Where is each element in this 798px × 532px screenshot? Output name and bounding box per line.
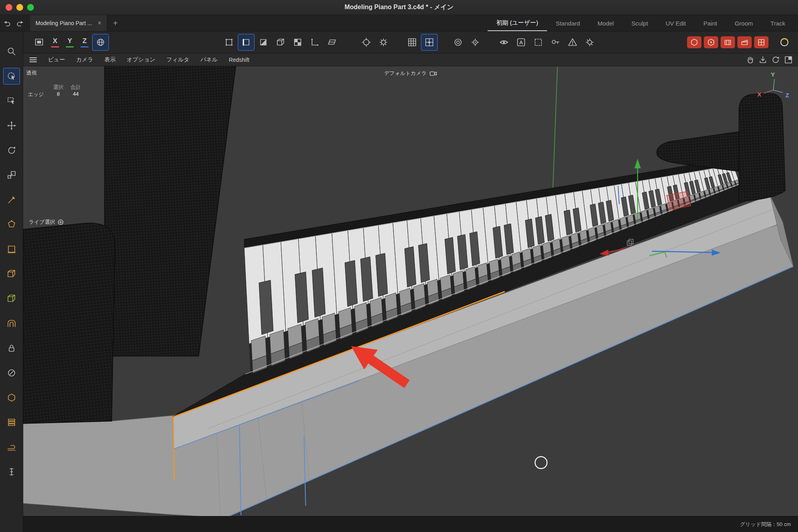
move-icon <box>6 120 17 131</box>
edge-extrude-tool-button[interactable] <box>4 241 20 257</box>
key-icon <box>550 37 561 47</box>
rectangle-selection-icon <box>6 96 17 106</box>
letter-a-icon: A <box>516 37 526 47</box>
left-lower-block <box>23 223 115 424</box>
layout-tab-model[interactable]: Model <box>589 15 623 31</box>
slice-tool-button[interactable] <box>4 414 20 430</box>
coordinate-system-button[interactable] <box>93 34 109 50</box>
redshift-button[interactable] <box>687 36 701 48</box>
layout-tab-standard[interactable]: Standard <box>547 15 589 31</box>
knife-icon <box>6 195 17 205</box>
x-axis-lock-button[interactable]: X <box>48 35 62 49</box>
screw-tool-button[interactable] <box>4 365 20 381</box>
undo-button[interactable] <box>0 15 14 31</box>
live-selection-tool-button[interactable] <box>4 68 20 84</box>
measure-tool-button[interactable] <box>4 464 20 480</box>
gizmo-move-button[interactable] <box>358 34 374 50</box>
main-toolbar: X Y Z <box>23 32 798 53</box>
slice-icon <box>6 417 17 428</box>
menu-camera[interactable]: カメラ <box>76 56 93 63</box>
titlebar: Modeling Piano Part 3.c4d * - メイン <box>0 0 798 15</box>
add-tab-button[interactable]: + <box>107 15 123 31</box>
scale-tool-button[interactable] <box>4 167 20 183</box>
warning-button[interactable] <box>565 34 581 50</box>
tool-palette <box>0 32 23 532</box>
texture-mode-button[interactable] <box>290 34 306 50</box>
grid-toggle-button[interactable] <box>404 34 420 50</box>
move-tool-button[interactable] <box>4 118 20 134</box>
layout-tab-uvedit[interactable]: UV Edit <box>657 15 695 31</box>
viewport-menu-button[interactable] <box>30 57 37 62</box>
menu-view[interactable]: ビュー <box>48 56 65 63</box>
document-tab[interactable]: Modeling Piano Part ... × <box>30 15 107 31</box>
z-axis-label: Z <box>83 37 87 45</box>
x-axis-underline <box>51 46 59 47</box>
arch-tool-button[interactable] <box>4 315 20 331</box>
render-queue-button[interactable] <box>737 36 752 48</box>
model-mode-button[interactable] <box>273 34 288 50</box>
iron-icon <box>6 442 17 452</box>
maximize-view-icon[interactable] <box>784 55 793 65</box>
menu-options[interactable]: オプション <box>127 56 156 63</box>
iron-tool-button[interactable] <box>4 439 20 455</box>
lock-tool-button[interactable] <box>4 340 20 356</box>
dolly-view-icon[interactable] <box>758 55 768 65</box>
layout-tab-sculpt[interactable]: Sculpt <box>622 15 657 31</box>
menu-filter[interactable]: フィルタ <box>166 56 189 63</box>
points-mode-icon <box>224 37 234 47</box>
gizmo-y-arrowhead[interactable] <box>634 159 641 168</box>
edges-mode-button[interactable] <box>238 34 254 50</box>
orbit-view-icon[interactable] <box>771 55 780 65</box>
visibility-button[interactable] <box>496 34 512 50</box>
viewport-statusbar: グリッド間隔：50 cm <box>23 516 798 532</box>
knife-tool-button[interactable] <box>4 192 20 208</box>
menu-redshift[interactable]: Redshift <box>229 57 249 63</box>
menu-display[interactable]: 表示 <box>105 56 116 63</box>
workplane-mode-button[interactable] <box>324 34 340 50</box>
rotate-tool-button[interactable] <box>4 142 20 158</box>
annotation-button[interactable]: A <box>513 34 529 50</box>
redshift-render-button[interactable] <box>704 36 718 48</box>
app-window: Modeling Piano Part 3.c4d * - メイン Modeli… <box>0 0 798 532</box>
menu-panel[interactable]: パネル <box>201 56 218 63</box>
world-y-axis-line <box>553 67 557 196</box>
pan-view-icon[interactable] <box>745 55 755 65</box>
picture-viewer-button[interactable] <box>776 34 792 50</box>
polygons-mode-button[interactable] <box>255 34 271 50</box>
x-axis-label: X <box>53 37 57 45</box>
z-axis-lock-button[interactable]: Z <box>78 35 91 49</box>
options-gear-button[interactable] <box>467 34 483 50</box>
viewport-canvas[interactable]: Y X Z 透視 デフォルトカメラ 選択 <box>23 66 798 516</box>
y-axis-label: Y <box>67 37 72 45</box>
tool-options-icon[interactable] <box>57 219 64 225</box>
gizmo-settings-button[interactable] <box>375 34 391 50</box>
camera-icon <box>430 71 437 76</box>
camera-label-group[interactable]: デフォルトカメラ <box>384 70 437 77</box>
search-tool-button[interactable] <box>4 43 20 59</box>
marquee-button[interactable] <box>530 34 546 50</box>
y-axis-lock-button[interactable]: Y <box>63 35 77 49</box>
projection-label[interactable]: 透視 <box>26 69 37 77</box>
selection-header-selected: 選択 <box>49 84 67 91</box>
cube-primitive-button[interactable] <box>4 266 20 282</box>
polygon-pen-tool-button[interactable] <box>4 217 20 233</box>
settings-button[interactable] <box>582 34 598 50</box>
render-settings-button[interactable] <box>754 36 768 48</box>
hexagon-tool-button[interactable] <box>4 390 20 406</box>
gear-icon <box>470 37 480 47</box>
axis-mode-button[interactable] <box>307 34 323 50</box>
layout-tab-startup[interactable]: 初期 (ユーザー) <box>488 15 547 31</box>
cube-green-primitive-button[interactable] <box>4 291 20 307</box>
render-region-button[interactable] <box>31 34 47 50</box>
rectangle-selection-tool-button[interactable] <box>4 93 20 109</box>
layout-tab-paint[interactable]: Paint <box>695 15 726 31</box>
target-button[interactable] <box>450 34 466 50</box>
layout-tab-groom[interactable]: Groom <box>726 15 762 31</box>
layout-tab-track[interactable]: Track <box>762 15 794 31</box>
keyframe-button[interactable] <box>547 34 563 50</box>
close-tab-button[interactable]: × <box>98 20 101 27</box>
render-video-button[interactable] <box>721 36 735 48</box>
redo-button[interactable] <box>14 15 27 31</box>
snap-grid-button[interactable] <box>421 34 437 50</box>
points-mode-button[interactable] <box>221 34 237 50</box>
